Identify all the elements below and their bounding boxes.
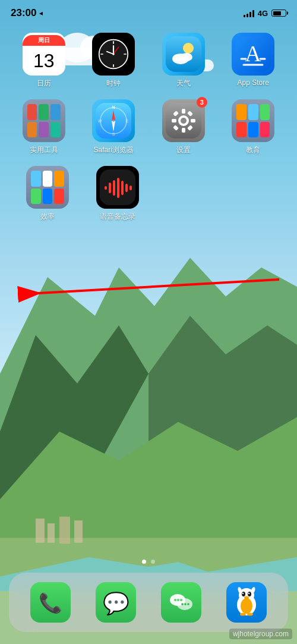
- calendar-icon: 周日 13: [23, 33, 65, 76]
- svg-point-72: [187, 603, 189, 605]
- app-appstore[interactable]: A App Store: [223, 33, 283, 89]
- education-folder-icon: [232, 99, 274, 142]
- clock-icon: [92, 33, 135, 76]
- svg-text:S: S: [112, 132, 115, 136]
- calendar-weekday: 周日: [38, 37, 50, 43]
- network-type: 4G: [258, 9, 268, 18]
- svg-point-84: [240, 613, 246, 616]
- svg-rect-52: [109, 183, 111, 193]
- weather-icon: [162, 33, 205, 76]
- app-grid: 周日 13 日历: [0, 33, 297, 233]
- svg-text:E: E: [126, 119, 129, 123]
- signal-icon: [244, 9, 254, 17]
- weather-label: 天气: [176, 78, 191, 89]
- svg-rect-44: [172, 119, 176, 122]
- svg-point-76: [242, 592, 245, 596]
- app-safari[interactable]: N S W E Safari浏览器: [84, 99, 143, 155]
- svg-point-71: [184, 603, 187, 605]
- calendar-label: 日历: [37, 78, 51, 89]
- settings-badge: 3: [197, 97, 207, 108]
- weather-svg: [166, 36, 201, 72]
- svg-point-22: [183, 43, 194, 54]
- efficiency-folder-icon: [26, 166, 69, 209]
- app-efficiency[interactable]: 效率: [18, 166, 77, 222]
- svg-rect-8: [48, 523, 55, 542]
- svg-point-67: [174, 599, 176, 601]
- page-dot-2: [151, 560, 155, 564]
- dock-wechat[interactable]: [157, 582, 205, 623]
- status-right: 4G: [244, 9, 286, 18]
- page-dot-1: [142, 560, 146, 564]
- svg-rect-7: [36, 519, 45, 543]
- safari-svg: N S W E: [96, 103, 131, 139]
- dock-qq[interactable]: [223, 582, 270, 623]
- efficiency-label: 效率: [40, 212, 55, 222]
- svg-text:A: A: [245, 41, 262, 66]
- clock-face-svg: [98, 39, 129, 70]
- utility-label: 实用工具: [30, 145, 58, 155]
- svg-text:W: W: [98, 119, 102, 123]
- app-clock[interactable]: 时钟: [84, 33, 143, 89]
- svg-rect-57: [129, 186, 132, 190]
- battery-icon: [271, 10, 286, 17]
- svg-rect-9: [59, 517, 70, 544]
- svg-rect-53: [113, 180, 115, 196]
- svg-point-79: [248, 593, 249, 594]
- svg-text:📞: 📞: [39, 592, 62, 614]
- voicememo-svg: [100, 169, 135, 205]
- watermark: wjhotelgroup.com: [229, 629, 292, 639]
- svg-rect-54: [117, 178, 119, 198]
- svg-rect-10: [74, 520, 83, 542]
- svg-point-20: [113, 53, 115, 55]
- svg-text:N: N: [112, 105, 115, 109]
- clock-label: 时钟: [106, 78, 121, 89]
- landscape-svg: [0, 161, 297, 644]
- svg-point-69: [180, 599, 182, 601]
- svg-rect-43: [182, 128, 185, 133]
- utility-folder-icon: [23, 99, 65, 142]
- dock: 📞 💬: [9, 573, 288, 632]
- location-icon: ◂: [39, 9, 43, 17]
- settings-svg: [166, 103, 201, 139]
- app-voicememo[interactable]: 语音备忘录: [88, 166, 147, 222]
- voicememo-label: 语音备忘录: [100, 212, 135, 222]
- app-weather[interactable]: 天气: [154, 33, 213, 89]
- wechat-dock-icon: [161, 582, 201, 623]
- app-education[interactable]: 教育: [223, 99, 283, 155]
- svg-point-81: [241, 598, 252, 614]
- safari-label: Safari浏览器: [94, 145, 134, 155]
- status-time: 23:00: [11, 7, 36, 19]
- app-utility[interactable]: 实用工具: [14, 99, 74, 155]
- calendar-day: 13: [33, 50, 55, 72]
- svg-point-70: [181, 603, 184, 605]
- svg-point-24: [181, 53, 192, 61]
- app-row-1: 周日 13 日历: [9, 33, 288, 89]
- svg-rect-55: [121, 181, 124, 195]
- dock-messages[interactable]: 💬: [92, 582, 140, 623]
- svg-rect-51: [105, 186, 107, 190]
- svg-point-77: [248, 592, 251, 596]
- app-settings[interactable]: 3 设置: [154, 99, 213, 155]
- dock-phone[interactable]: 📞: [27, 582, 74, 623]
- messages-dock-icon: 💬: [96, 582, 136, 623]
- settings-label: 设置: [176, 145, 191, 155]
- svg-text:💬: 💬: [103, 590, 129, 616]
- svg-point-41: [181, 118, 187, 124]
- svg-point-78: [242, 593, 244, 594]
- page-indicator: [0, 560, 297, 564]
- svg-point-68: [177, 599, 179, 601]
- svg-point-85: [247, 613, 253, 616]
- safari-icon: N S W E: [92, 99, 135, 142]
- svg-rect-42: [182, 109, 185, 114]
- svg-rect-56: [125, 184, 128, 192]
- svg-rect-45: [191, 119, 195, 122]
- appstore-icon: A: [232, 33, 274, 76]
- app-calendar[interactable]: 周日 13 日历: [14, 33, 74, 89]
- phone-dock-icon: 📞: [30, 582, 71, 623]
- svg-point-25: [173, 54, 182, 61]
- battery-fill: [273, 11, 281, 15]
- app-row-2: 实用工具: [9, 99, 288, 155]
- qq-dock-icon: [226, 582, 267, 623]
- appstore-label: App Store: [238, 78, 269, 87]
- app-row-3: 效率 语音备忘: [9, 166, 288, 222]
